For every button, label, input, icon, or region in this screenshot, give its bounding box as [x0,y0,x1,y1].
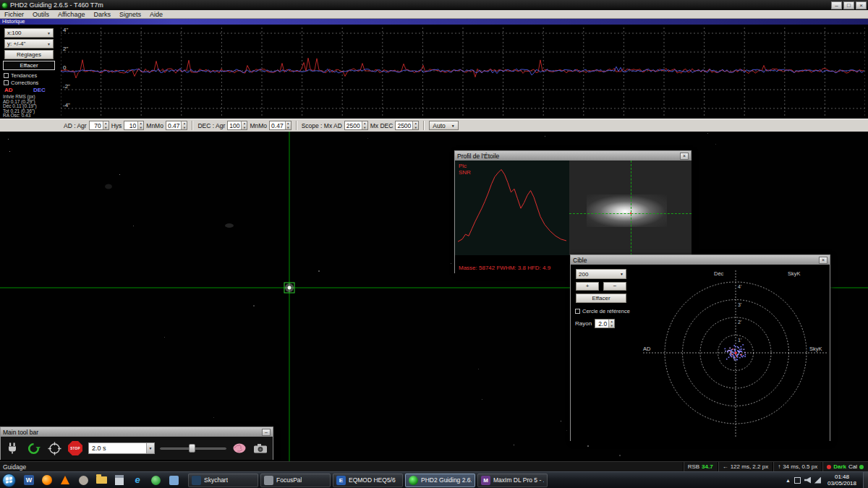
menu-fichier[interactable]: Fichier [0,10,28,19]
max-dec-duration-spinner[interactable]: 2500▲▼ [395,121,419,130]
volume-tray-icon[interactable] [804,477,811,484]
calibration-segment: Dark Cal [822,462,868,471]
reference-circle-checkbox[interactable] [575,309,580,314]
zoom-in-button[interactable]: + [576,282,599,291]
snr-segment: RSB 34.7 [683,462,718,471]
network-tray-icon[interactable] [814,477,821,484]
menu-darks[interactable]: Darks [89,10,115,19]
menu-signets[interactable]: Signets [115,10,145,19]
spinner-arrows-icon[interactable]: ▲▼ [181,121,187,129]
display-tray-icon[interactable] [794,477,801,484]
spinner-arrows-icon[interactable]: ▲▼ [137,121,143,129]
profile-curve-svg [455,160,569,255]
tendances-checkbox[interactable] [4,73,9,78]
exposure-select[interactable]: 2.0 s▼ [88,442,155,454]
gimp-app-icon[interactable] [76,474,90,487]
svg-text:2": 2" [63,46,68,52]
spinner-arrows-icon[interactable]: ▲▼ [362,121,367,129]
corrections-checkbox[interactable] [4,80,9,85]
hidden-icons-chevron[interactable]: ▲ [786,478,791,483]
ie-app-icon[interactable]: e [130,474,145,487]
menu-aide[interactable]: Aide [145,10,167,19]
history-graph-panel: x:100▼ y: +/-4"▼ Réglages Effacer Tendan… [0,25,868,119]
spinner-arrows-icon[interactable]: ▲▼ [103,121,109,129]
radius-spinner[interactable]: 2.0▲▼ [595,319,615,328]
ra-minmove-spinner[interactable]: 0.47▲▼ [166,121,188,130]
sky-axis-label-right: SkyK [809,346,822,352]
ra-aggression-spinner[interactable]: 70▲▼ [89,121,109,130]
taskbar-clock[interactable]: 01:48 03/05/2018 [825,474,859,487]
reglages-button[interactable]: Réglages [4,50,54,59]
x-scale-select[interactable]: x:100▼ [4,28,54,38]
spinner-arrows-icon[interactable]: ▲▼ [285,121,291,129]
paint-app-icon[interactable] [166,474,181,487]
show-desktop-button[interactable] [863,472,868,488]
exposure-value: 2.0 s [92,445,106,452]
max-ra-duration-value: 2500 [345,122,362,129]
star-profile-title: Profil de l'Étoile [457,153,499,160]
maximize-button[interactable]: □ [843,1,854,9]
task-skychart[interactable]: Skychart [188,474,258,487]
stop-button[interactable]: STOP [67,440,83,456]
firefox-app-icon[interactable] [40,474,54,487]
north-arrow-icon: ↑ [778,463,780,470]
zoom-out-button[interactable]: − [603,282,626,291]
camera-settings-button[interactable] [252,440,268,456]
advanced-settings-button[interactable] [231,440,247,456]
close-icon[interactable]: × [680,153,689,160]
eqmod-icon: E [336,476,346,485]
task-focuspal[interactable]: FocusPal [260,474,331,487]
word-app-icon[interactable]: W [22,474,36,487]
start-button[interactable] [2,474,16,487]
window-titlebar[interactable]: PHD2 Guiding 2.6.5 - T460 T7m – □ × [0,0,868,10]
loop-icon [27,442,41,455]
ra-hysteresis-value: 10 [124,122,137,129]
folder-icon[interactable] [94,474,109,487]
vlc-app-icon[interactable] [58,474,72,487]
dec-minmove-spinner[interactable]: 0.47▲▼ [269,121,292,130]
spinner-arrows-icon[interactable]: ▲▼ [412,121,418,129]
maxim-icon: M [481,476,490,485]
auto-select-star-button[interactable] [46,440,62,456]
star-closeup-image [569,160,692,255]
star-profile-titlebar[interactable]: Profil de l'Étoile × [455,151,691,160]
target-title: Cible [573,257,587,264]
close-button[interactable]: × [856,1,867,9]
svg-text:1': 1' [738,338,741,343]
dec-aggression-spinner[interactable]: 100▲▼ [227,121,247,130]
target-clear-button[interactable]: Effacer [576,294,626,303]
calibration-label: Cal [848,463,857,470]
minimize-button[interactable]: – [831,1,842,9]
brain-icon [232,442,247,454]
target-titlebar[interactable]: Cible × [571,255,830,265]
y-scale-select[interactable]: y: +/-4"▼ [4,39,54,48]
sky-axis-label-top: SkyK [788,270,801,277]
dec-guide-mode-select[interactable]: Auto▼ [429,121,458,130]
gamma-slider[interactable] [160,443,226,453]
main-toolbar-titlebar[interactable]: Main tool bar – [1,427,273,437]
close-icon[interactable]: × [819,257,827,264]
effacer-button[interactable]: Effacer [3,61,55,70]
target-body: 1'2'3'4' 200▼ + − Effacer Cercle de réfé… [571,265,830,441]
menu-outils[interactable]: Outils [28,10,54,19]
loop-exposures-button[interactable] [25,440,41,456]
menu-affichage[interactable]: Affichage [54,10,89,19]
collapse-icon[interactable]: – [262,429,271,436]
slider-handle[interactable] [189,444,195,453]
ra-hysteresis-spinner[interactable]: 10▲▼ [124,121,144,130]
connect-equipment-button[interactable] [4,440,20,456]
status-bar: Guidage RSB 34.7 ← 122 ms, 2.2 px ↑ 34 m… [0,461,868,471]
task-phd2[interactable]: PHD2 Guiding 2.6... [405,474,475,487]
windows-logo-icon [6,476,12,483]
calculator-app-icon[interactable] [112,474,127,487]
task-eqmod[interactable]: E EQMOD HEQ5/6 [333,474,403,487]
max-ra-duration-spinner[interactable]: 2500▲▼ [344,121,368,130]
spinner-arrows-icon[interactable]: ▲▼ [608,320,614,328]
target-zoom-select[interactable]: 200▼ [576,269,626,279]
y-scale-value: y: +/-4" [7,40,25,47]
task-maxim[interactable]: M MaxIm DL Pro 5 - ... [477,474,548,487]
chrome-app-icon[interactable] [148,474,163,487]
spinner-arrows-icon[interactable]: ▲▼ [241,121,247,129]
star-blob [587,194,668,227]
historique-pane-caption[interactable]: Historique [0,19,868,25]
